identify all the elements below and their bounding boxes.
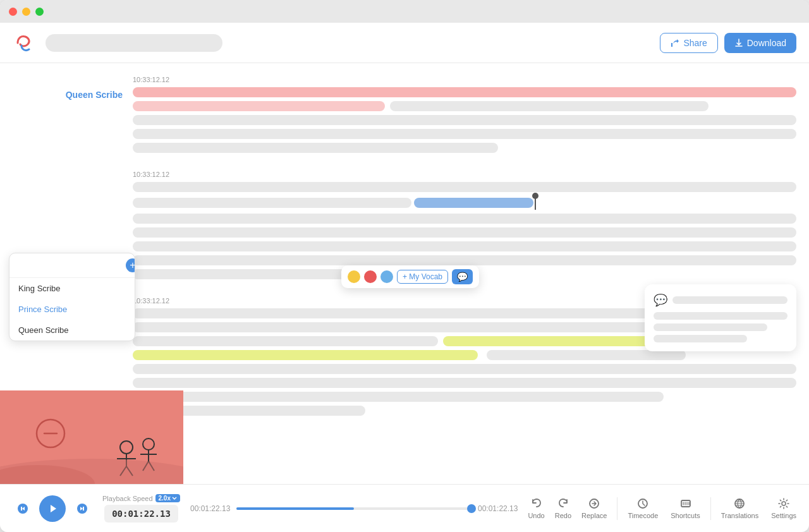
cursor-dot <box>532 193 538 199</box>
toolbar-divider-2 <box>710 497 711 520</box>
dropdown-item-king[interactable]: King Scribe <box>9 278 135 299</box>
share-button[interactable]: Share <box>660 33 717 53</box>
settings-button[interactable]: Settings <box>771 497 796 519</box>
rewind-icon <box>16 502 29 515</box>
svg-point-22 <box>782 502 786 505</box>
speaker-dropdown: + King Scribe Prince Scribe Queen Scribe <box>9 253 135 341</box>
comment-text-line <box>654 312 788 320</box>
selected-line[interactable] <box>133 198 796 208</box>
timecode-icon <box>636 497 649 510</box>
comment-button[interactable]: 💬 <box>452 269 473 284</box>
text-line-selected <box>414 198 533 208</box>
dropdown-item-queen[interactable]: Queen Scribe <box>9 320 135 341</box>
text-line[interactable] <box>133 392 664 402</box>
dropdown-add-button[interactable]: + <box>126 258 135 272</box>
time-left-label: 00:01:22.13 <box>190 504 230 513</box>
text-line[interactable] <box>133 87 796 97</box>
dropdown-item-prince[interactable]: Prince Scribe <box>9 299 135 320</box>
text-line[interactable] <box>133 378 796 388</box>
undo-redo-group: Undo Redo Replace <box>528 497 607 519</box>
text-line[interactable] <box>133 129 796 139</box>
speaker-empty-2 <box>13 171 133 184</box>
undo-icon <box>530 497 543 510</box>
color-red-btn[interactable] <box>364 270 377 283</box>
playback-speed-text: Playback Speed <box>102 495 153 502</box>
bottom-bar: Playback Speed 2.0x 00:01:22.13 00:01:22… <box>0 484 809 532</box>
progress-bar[interactable] <box>236 507 471 510</box>
top-nav: Share Download <box>0 23 809 63</box>
play-icon <box>47 503 58 514</box>
comment-text-line <box>654 335 747 342</box>
speed-badge[interactable]: 2.0x <box>155 494 180 502</box>
undo-button[interactable]: Undo <box>528 497 544 519</box>
comment-bubble: 💬 <box>645 284 796 351</box>
maximize-button[interactable] <box>35 8 44 16</box>
text-line[interactable] <box>133 115 796 125</box>
right-toolbar: Undo Redo Replace <box>528 497 796 520</box>
shortcuts-button[interactable]: Shortcuts <box>671 497 700 519</box>
text-line[interactable] <box>390 101 709 111</box>
video-preview[interactable] <box>0 390 183 484</box>
add-vocab-button[interactable]: + My Vocab <box>397 270 448 284</box>
redo-icon <box>557 497 569 510</box>
translations-button[interactable]: Translations <box>721 497 759 519</box>
time-right-label: 00:01:22.13 <box>478 504 518 513</box>
text-line[interactable] <box>133 255 796 265</box>
svg-rect-15 <box>21 507 22 511</box>
right-actions-group: Timecode Shortcuts <box>628 497 700 519</box>
speed-value: 2.0x <box>159 495 171 502</box>
download-icon <box>734 39 743 47</box>
timestamp-2: 10:33:12.12 <box>133 171 796 178</box>
rewind-button[interactable] <box>13 499 33 519</box>
nav-actions: Share Download <box>660 33 796 53</box>
toolbar-divider-1 <box>617 497 617 520</box>
progress-fill <box>236 507 354 510</box>
share-icon <box>671 39 679 47</box>
text-line[interactable] <box>133 269 365 279</box>
text-line[interactable] <box>487 350 686 360</box>
text-row <box>133 350 796 360</box>
svg-marker-16 <box>51 505 56 512</box>
text-line[interactable] <box>133 214 796 224</box>
text-lines-2 <box>133 182 796 279</box>
dropdown-search-row: + <box>9 253 135 278</box>
translations-label: Translations <box>721 512 759 519</box>
forward-button[interactable] <box>72 499 92 519</box>
timecode-button[interactable]: Timecode <box>628 497 658 519</box>
shortcuts-icon <box>679 497 692 510</box>
replace-button[interactable]: Replace <box>581 497 607 519</box>
text-line[interactable] <box>133 227 796 238</box>
text-line[interactable] <box>133 182 796 192</box>
close-button[interactable] <box>9 8 17 16</box>
timecode-label: Timecode <box>628 512 658 519</box>
text-line-pre <box>133 198 411 208</box>
redo-button[interactable]: Redo <box>555 497 571 519</box>
comment-text-line <box>654 323 767 331</box>
text-line[interactable] <box>133 241 796 251</box>
speaker-queen[interactable]: Queen Scribe <box>13 76 133 100</box>
text-lines-1 <box>133 87 796 153</box>
cursor-line <box>535 196 536 210</box>
video-artwork <box>0 390 183 484</box>
playback-speed-area: Playback Speed 2.0x 00:01:22.13 <box>102 494 180 523</box>
text-line[interactable] <box>133 364 796 374</box>
text-line[interactable] <box>133 101 385 111</box>
comment-bubble-icon: 💬 <box>654 293 667 307</box>
text-line[interactable] <box>133 143 498 153</box>
color-yellow-btn[interactable] <box>348 270 360 283</box>
play-button[interactable] <box>39 495 66 522</box>
progress-section: 00:01:22.13 00:01:22.13 <box>190 504 518 513</box>
redo-label: Redo <box>555 512 571 519</box>
replace-label: Replace <box>581 512 607 519</box>
speaker-search-input[interactable] <box>16 261 122 270</box>
chevron-down-icon <box>172 496 177 501</box>
text-line-yellow-2[interactable] <box>133 350 478 360</box>
progress-thumb[interactable] <box>467 504 476 513</box>
timestamp-1: 10:33:12.12 <box>133 76 796 83</box>
minimize-button[interactable] <box>22 8 30 16</box>
color-blue-btn[interactable] <box>380 270 393 283</box>
title-bar <box>0 0 809 23</box>
text-line[interactable] <box>133 336 438 346</box>
download-button[interactable]: Download <box>724 33 796 53</box>
playback-controls <box>13 495 92 522</box>
